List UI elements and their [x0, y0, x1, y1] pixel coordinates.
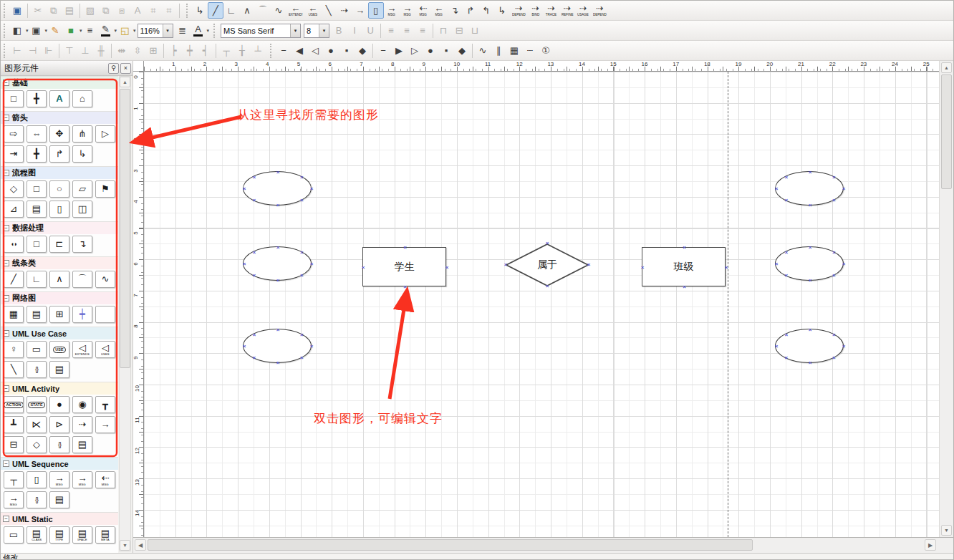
- grid-toggle-button[interactable]: ▦: [506, 42, 522, 59]
- elbow-arrow-3-button[interactable]: ↰: [478, 2, 494, 19]
- shape-grid-table[interactable]: ⊞: [49, 306, 69, 323]
- shape-receive-signal[interactable]: ⋉: [26, 416, 47, 433]
- collapse-icon[interactable]: −: [3, 115, 9, 121]
- shape-double-arrow[interactable]: ⇔: [26, 125, 47, 143]
- palette-section-3[interactable]: −数据处理: [1, 221, 118, 234]
- shape-uses-arrow[interactable]: ◁USES: [95, 341, 115, 358]
- shape-right-arrow[interactable]: ⇨: [4, 125, 24, 143]
- end-none-button[interactable]: −: [375, 42, 391, 59]
- shadow-color-button[interactable]: ◱: [117, 22, 132, 39]
- zigzag-line-button[interactable]: ∧: [239, 2, 255, 19]
- shape-blank-cell[interactable]: [95, 306, 115, 323]
- depend-connector-button[interactable]: ⇢DEPEND: [510, 2, 528, 19]
- shape-text-block[interactable]: A: [49, 90, 69, 107]
- scroll-up-icon[interactable]: ▲: [120, 77, 130, 87]
- canvas-vscrollbar[interactable]: ▲ ▼: [939, 61, 953, 537]
- shape-meta-box[interactable]: ▤META: [95, 526, 115, 544]
- shape-elbow-arrow[interactable]: ↴: [72, 236, 92, 253]
- shape-curve-line[interactable]: ∿: [95, 271, 115, 288]
- canvas-hscrollbar-thumb[interactable]: [148, 539, 753, 551]
- shape-state[interactable]: STATE: [26, 396, 47, 413]
- palette-section-2[interactable]: −流程图: [1, 166, 118, 179]
- shape-arc-line[interactable]: ⌒: [72, 271, 92, 288]
- palette-section-5[interactable]: −网络图: [1, 291, 118, 304]
- shape-circle[interactable]: ○: [49, 180, 69, 198]
- shape-action[interactable]: ACTION: [4, 396, 24, 413]
- shape-process-box[interactable]: □: [26, 236, 47, 253]
- scroll-left-icon[interactable]: ◀: [135, 539, 146, 551]
- shape-note[interactable]: {}: [49, 436, 69, 453]
- end-diamond-button[interactable]: ◆: [454, 42, 470, 59]
- format-brush-button[interactable]: ✎: [47, 22, 63, 39]
- dash-style-button[interactable]: ┄: [522, 42, 538, 59]
- shape-fill-button[interactable]: ▣: [29, 22, 44, 39]
- collapse-icon[interactable]: −: [3, 79, 9, 86]
- shape-fork-bar[interactable]: ┳: [95, 396, 115, 413]
- shape-stored-data[interactable]: ◖◗: [4, 236, 24, 253]
- palette-section-7[interactable]: −UML Activity: [1, 382, 118, 395]
- font-name-combo[interactable]: MS Sans Serif▾: [221, 24, 301, 38]
- zoom-combo[interactable]: 116%▾: [138, 24, 173, 38]
- ellipse-shape[interactable]: ××××××××: [775, 246, 844, 281]
- ellipse-shape[interactable]: ××××××××: [243, 329, 312, 363]
- canvas-hscrollbar[interactable]: ◀ ▶: [133, 537, 953, 553]
- end-square-button[interactable]: ▪: [438, 42, 454, 59]
- shape-step-line[interactable]: ∟: [26, 271, 47, 288]
- chevron-down-icon[interactable]: ▾: [319, 24, 329, 37]
- ellipse-shape[interactable]: ××××××××: [243, 246, 312, 281]
- shape-crossover-line[interactable]: ┿: [72, 306, 92, 323]
- shape-use-case[interactable]: USE: [49, 341, 69, 358]
- line-backslash-button[interactable]: ╲: [321, 2, 337, 19]
- step-line-button[interactable]: ∟: [223, 2, 239, 19]
- ellipse-shape[interactable]: ××××××××: [243, 171, 312, 206]
- shape-connection-point[interactable]: ╋: [26, 90, 47, 107]
- shape-double-corner-arrow[interactable]: ↳: [72, 145, 92, 163]
- begin-circle-button[interactable]: ●: [323, 42, 339, 59]
- shape-decision-diamond[interactable]: ◇: [26, 436, 47, 453]
- end-open-arrow-button[interactable]: ▷: [407, 42, 423, 59]
- ellipse-shape[interactable]: ××××××××: [775, 171, 844, 206]
- msg-filled-button[interactable]: →MSG: [400, 2, 415, 19]
- shape-type-box[interactable]: ▤TYPE: [49, 526, 69, 544]
- shape-trapezoid[interactable]: ⊿: [4, 201, 24, 218]
- uses-connector-button[interactable]: ←USES: [305, 2, 321, 19]
- canvas-vscrollbar-thumb[interactable]: [941, 74, 952, 189]
- depend-connector-2-button[interactable]: ⇢DEPEND: [591, 2, 609, 19]
- shape-straight-line[interactable]: ╱: [4, 271, 24, 288]
- theme-color-button[interactable]: ■: [63, 22, 79, 39]
- shape-table-rows[interactable]: ▤: [26, 306, 47, 323]
- msg-return-button[interactable]: ⇠MSG: [415, 2, 431, 19]
- line-tool-button[interactable]: ╱: [208, 2, 223, 19]
- msg-open-button[interactable]: →MSG: [384, 2, 400, 19]
- collapse-icon[interactable]: −: [3, 460, 9, 467]
- curve-tool-button[interactable]: ∿: [271, 2, 286, 19]
- collapse-icon[interactable]: −: [3, 295, 9, 301]
- chevron-down-icon[interactable]: ▾: [26, 28, 29, 34]
- collapse-icon[interactable]: −: [3, 385, 9, 392]
- scroll-up-icon[interactable]: ▲: [941, 62, 952, 73]
- begin-square-button[interactable]: ▪: [339, 42, 355, 59]
- refine-connector-button[interactable]: ⇢REFINE: [559, 2, 575, 19]
- number-label-button[interactable]: ①: [538, 42, 554, 59]
- fill-color-button[interactable]: ◧: [9, 22, 25, 39]
- bind-connector-button[interactable]: ⇢BIND: [528, 2, 544, 19]
- begin-arrow-button[interactable]: ◀: [292, 42, 307, 59]
- chevron-down-icon[interactable]: ▾: [133, 28, 136, 34]
- begin-none-button[interactable]: −: [276, 42, 292, 59]
- elbow-arrow-1-button[interactable]: ↴: [447, 2, 463, 19]
- collapse-icon[interactable]: −: [3, 225, 9, 231]
- collapse-icon[interactable]: −: [3, 330, 9, 337]
- shape-box-arrow[interactable]: ⇥: [4, 145, 24, 163]
- collapse-icon[interactable]: −: [3, 170, 9, 176]
- arrow-connector-button[interactable]: →: [352, 2, 368, 19]
- trace-connector-button[interactable]: ⇢TRACE: [544, 2, 559, 19]
- shape-class-box[interactable]: ▤CLASS: [26, 526, 47, 544]
- shape-association-line[interactable]: ╲: [4, 361, 24, 378]
- shape-document[interactable]: ▤: [49, 491, 69, 508]
- shape-document[interactable]: ▤: [72, 436, 92, 453]
- palette-scrollbar[interactable]: ▲ ▼: [119, 76, 131, 551]
- shape-card[interactable]: ▯: [49, 201, 69, 218]
- palette-section-0[interactable]: −基础: [1, 76, 118, 89]
- line-color-button[interactable]: ✎: [98, 22, 114, 39]
- shape-flag[interactable]: ⚑: [95, 180, 115, 198]
